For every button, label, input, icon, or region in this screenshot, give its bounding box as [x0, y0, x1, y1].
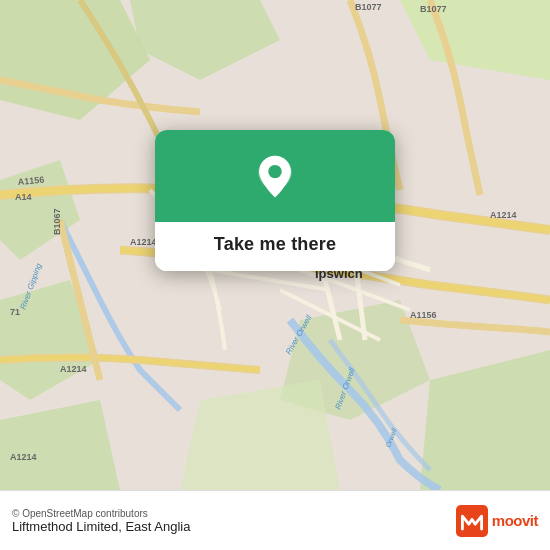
svg-text:B1077: B1077 [420, 4, 447, 14]
take-me-there-label: Take me there [214, 234, 336, 254]
svg-text:A1156: A1156 [410, 310, 437, 320]
moovit-brand-icon [456, 505, 488, 537]
svg-text:A1214: A1214 [60, 364, 87, 374]
bottom-info: © OpenStreetMap contributors Liftmethod … [12, 508, 191, 534]
location-text: Liftmethod Limited, East Anglia [12, 519, 191, 534]
location-pin-icon [249, 154, 301, 206]
svg-text:A1214: A1214 [10, 452, 37, 462]
copyright-text: © OpenStreetMap contributors [12, 508, 191, 519]
moovit-logo: moovit [456, 505, 538, 537]
svg-point-27 [268, 165, 281, 178]
svg-text:B1067: B1067 [52, 208, 62, 235]
take-me-there-card[interactable]: Take me there [155, 130, 395, 271]
card-action-section[interactable]: Take me there [155, 222, 395, 271]
bottom-bar: © OpenStreetMap contributors Liftmethod … [0, 490, 550, 550]
map-view[interactable]: A1156 A14 A1214 B1067 B1077 B1077 A1214 … [0, 0, 550, 490]
svg-text:A1214: A1214 [130, 237, 157, 247]
card-header [155, 130, 395, 222]
svg-text:A14: A14 [15, 192, 32, 202]
moovit-brand-text: moovit [492, 512, 538, 529]
svg-text:A1214: A1214 [490, 210, 517, 220]
svg-text:B1077: B1077 [355, 2, 382, 12]
